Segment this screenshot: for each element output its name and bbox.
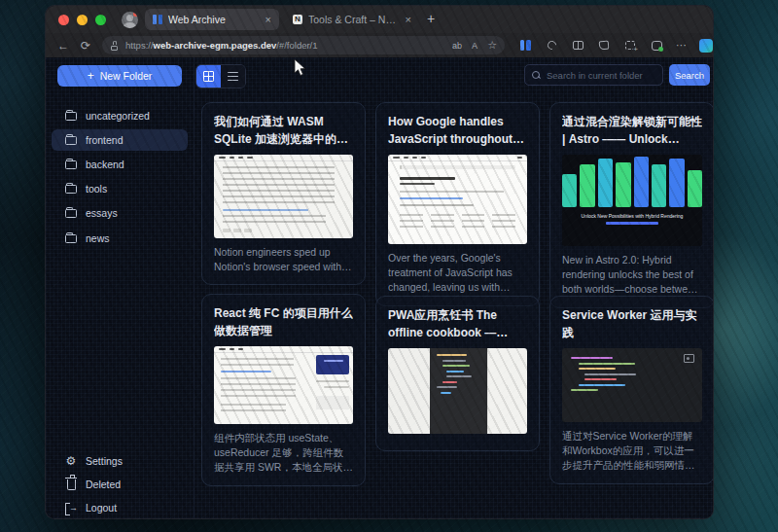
card-thumbnail (214, 155, 353, 238)
favorite-star-icon[interactable]: ☆ (487, 39, 497, 52)
browser-titlebar: Web Archive × N Tools & Craft – Notion B… (46, 6, 713, 33)
search-input[interactable] (547, 70, 655, 81)
list-view-toggle[interactable] (221, 65, 245, 88)
card-description: New in Astro 2.0: Hybrid rendering unloc… (562, 253, 702, 298)
browser-window: Web Archive × N Tools & Craft – Notion B… (45, 5, 714, 519)
plus-icon: + (88, 70, 94, 82)
tab-close-icon[interactable]: × (406, 14, 411, 25)
archive-card-astro[interactable]: 通过混合渲染解锁新可能性 | Astro —— Unlock New… Unlo… (549, 102, 714, 308)
card-title: Service Worker 运用与实践 (562, 306, 702, 341)
desktop-wallpaper: Web Archive × N Tools & Craft – Notion B… (0, 0, 778, 532)
address-bar[interactable]: https://web-archive-egm.pages.dev/#/fold… (102, 36, 505, 54)
card-description: 组件内部状态用 useState、useReducer 足够，跨组件数据共享用 … (214, 431, 353, 476)
archive-card-pwa-cookbook[interactable]: PWA应用烹饪书 The offline cookbook —… (375, 296, 540, 451)
folder-icon (65, 234, 77, 243)
collections-icon[interactable] (597, 39, 611, 53)
sidebar-item-frontend[interactable]: frontend (52, 129, 188, 151)
back-icon[interactable]: ← (57, 39, 69, 53)
search-box (524, 64, 663, 86)
folder-icon (65, 209, 77, 218)
grid-view-toggle[interactable] (196, 65, 221, 88)
tab-web-archive[interactable]: Web Archive × (145, 9, 279, 30)
thumb-caption: Unlock New Possibilities with Hybrid Ren… (562, 212, 702, 220)
card-thumbnail (388, 348, 527, 434)
screenshot-icon[interactable] (623, 39, 637, 53)
logout-icon (65, 503, 77, 514)
card-title: How Google handles JavaScript throughout… (388, 113, 527, 148)
card-thumbnail (214, 346, 353, 424)
image-icon (684, 354, 694, 363)
tab-notion-blog[interactable]: N Tools & Craft – Notion Blog × (285, 9, 419, 30)
notification-dot (133, 12, 138, 17)
browser-toolbar: ← ⟳ https://web-archive-egm.pages.dev/#/… (46, 33, 713, 57)
card-title: React 纯 FC 的项目用什么做数据管理 (214, 304, 353, 339)
mouse-cursor (294, 58, 306, 77)
immersive-reader-icon[interactable]: A (472, 41, 477, 51)
window-close-button[interactable] (58, 15, 69, 25)
sidebar-divider (194, 57, 194, 518)
browser-essentials-icon[interactable] (650, 39, 663, 53)
list-icon (228, 72, 238, 81)
sidebar-item-uncategorized[interactable]: uncategorized (52, 105, 188, 126)
card-title: 通过混合渲染解锁新可能性 | Astro —— Unlock New… (562, 113, 702, 148)
trash-icon (67, 479, 76, 490)
gear-icon: ⚙ (65, 454, 77, 468)
sidebar-item-deleted[interactable]: Deleted (52, 474, 188, 495)
web-archive-app: + New Folder Search uncategorized fronte… (46, 57, 713, 518)
sidebar-item-tools[interactable]: tools (52, 178, 188, 199)
sidebar-item-essays[interactable]: essays (52, 202, 188, 224)
folder-icon (65, 185, 77, 194)
more-options-icon[interactable]: ⋯ (676, 39, 687, 52)
card-thumbnail: Unlock New Possibilities with Hybrid Ren… (562, 155, 702, 246)
window-minimize-button[interactable] (77, 15, 88, 25)
url-text: https://web-archive-egm.pages.dev/#/fold… (125, 40, 317, 51)
window-zoom-button[interactable] (95, 15, 106, 25)
card-thumbnail (562, 348, 702, 422)
refresh-icon[interactable]: ⟳ (81, 39, 90, 53)
search-icon (532, 71, 541, 80)
tab-label: Tools & Craft – Notion Blog (308, 14, 400, 25)
new-folder-button[interactable]: + New Folder (57, 65, 182, 87)
thumb-subtitle-bar (606, 222, 658, 225)
sidebar-item-news[interactable]: news (52, 228, 188, 249)
folder-icon (65, 160, 77, 169)
sidebar-item-settings[interactable]: ⚙Settings (52, 450, 188, 472)
translate-icon[interactable]: ab (452, 41, 462, 51)
lock-icon (110, 41, 119, 51)
card-description: Over the years, Google's treatment of Ja… (388, 251, 527, 296)
archive-card-google-js[interactable]: How Google handles JavaScript throughout… (375, 102, 540, 306)
card-description: Notion engineers sped up Notion's browse… (214, 245, 353, 274)
folder-open-icon (65, 136, 77, 145)
card-thumbnail (388, 155, 527, 244)
view-toggle-group (195, 64, 246, 89)
grid-icon (203, 71, 214, 82)
archive-card-wasm-sqlite[interactable]: 我们如何通过 WASM SQLite 加速浏览器中的 Notion ——… (201, 102, 366, 285)
notion-favicon: N (293, 15, 302, 24)
tab-label: Web Archive (168, 14, 260, 25)
card-title: PWA应用烹饪书 The offline cookbook —… (388, 306, 527, 341)
archive-card-react-fc[interactable]: React 纯 FC 的项目用什么做数据管理 组 (201, 294, 366, 486)
card-description: 通过对Service Worker的理解和Workbox的应用，可以进一步提升产… (562, 429, 702, 474)
loop-extension-icon[interactable] (545, 39, 558, 53)
web-archive-favicon (153, 15, 162, 24)
archive-card-service-worker[interactable]: Service Worker 运用与实践 通过对Service Worker的理… (549, 296, 714, 484)
tab-close-icon[interactable]: × (265, 14, 271, 25)
folder-icon (65, 112, 77, 121)
sidebar-item-logout[interactable]: Logout (52, 497, 188, 518)
profile-avatar[interactable] (122, 12, 138, 28)
search-button[interactable]: Search (669, 64, 710, 86)
split-screen-icon[interactable] (571, 39, 584, 53)
new-tab-button[interactable]: + (427, 11, 435, 26)
workspaces-icon[interactable] (518, 39, 532, 53)
copilot-icon[interactable] (699, 39, 713, 53)
card-title: 我们如何通过 WASM SQLite 加速浏览器中的 Notion ——… (214, 113, 353, 148)
sidebar-item-backend[interactable]: backend (52, 154, 188, 175)
